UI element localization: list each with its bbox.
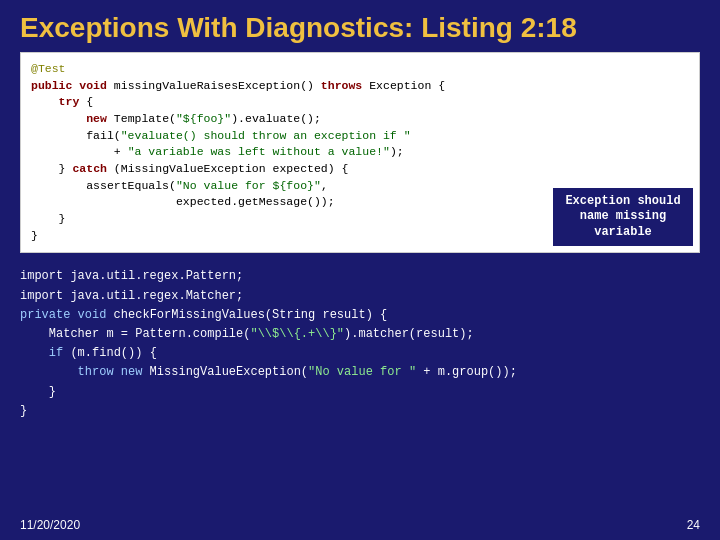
- callout-box: Exception should name missing variable: [553, 188, 693, 247]
- code-box: @Test public void missingValueRaisesExce…: [20, 52, 700, 253]
- title: Exceptions With Diagnostics: Listing 2:1…: [0, 0, 720, 52]
- code-line-3: try {: [31, 94, 689, 111]
- code-section-line-5: if (m.find()) {: [20, 344, 700, 363]
- code-section: import java.util.regex.Pattern; import j…: [0, 253, 720, 421]
- code-section-line-4: Matcher m = Pattern.compile("\\$\\{.+\\}…: [20, 325, 700, 344]
- code-line-7: } catch (MissingValueException expected)…: [31, 161, 689, 178]
- footer-page: 24: [687, 518, 700, 532]
- code-section-line-6: throw new MissingValueException("No valu…: [20, 363, 700, 382]
- code-section-line-2: import java.util.regex.Matcher;: [20, 287, 700, 306]
- code-line-6: + "a variable was left without a value!"…: [31, 144, 689, 161]
- code-section-line-1: import java.util.regex.Pattern;: [20, 267, 700, 286]
- code-section-line-8: }: [20, 402, 700, 421]
- code-section-line-3: private void checkForMissingValues(Strin…: [20, 306, 700, 325]
- code-section-line-7: }: [20, 383, 700, 402]
- code-line-2: public void missingValueRaisesException(…: [31, 78, 689, 95]
- code-line-4: new Template("${foo}").evaluate();: [31, 111, 689, 128]
- code-line-1: @Test: [31, 61, 689, 78]
- code-line-5: fail("evaluate() should throw an excepti…: [31, 128, 689, 145]
- footer-date: 11/20/2020: [20, 518, 80, 532]
